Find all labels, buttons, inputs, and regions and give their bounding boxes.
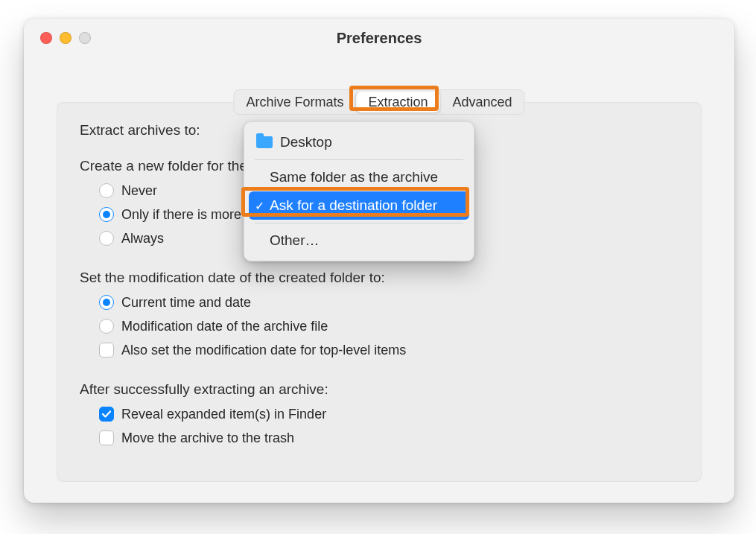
option-label: Current time and date	[121, 295, 251, 311]
mod-date-archive[interactable]: Modification date of the archive file	[99, 314, 679, 338]
extract-to-dropdown-menu: Desktop Same folder as the archive ✓ Ask…	[244, 121, 474, 261]
after-extract-options: Reveal expanded item(s) in Finder Move t…	[99, 402, 679, 450]
preferences-window: Preferences Archive Formats Extraction A…	[24, 19, 734, 503]
radio-icon	[99, 231, 114, 246]
mod-date-top-level[interactable]: Also set the modification date for top-l…	[99, 338, 679, 362]
titlebar: Preferences	[24, 19, 734, 57]
mod-date-current[interactable]: Current time and date	[99, 290, 679, 314]
option-label: Modification date of the archive file	[121, 319, 328, 334]
menu-item-label: Desktop	[280, 134, 332, 150]
extract-to-label: Extract archives to:	[80, 122, 200, 139]
radio-icon	[99, 319, 114, 334]
menu-item-other[interactable]: Other…	[249, 226, 469, 255]
radio-icon	[99, 295, 114, 310]
mod-date-options: Current time and date Modification date …	[99, 290, 679, 362]
after-reveal-finder[interactable]: Reveal expanded item(s) in Finder	[99, 402, 679, 426]
menu-item-same-folder[interactable]: Same folder as the archive	[249, 163, 469, 191]
after-move-trash[interactable]: Move the archive to the trash	[99, 426, 679, 450]
zoom-window-button[interactable]	[79, 32, 91, 44]
checkbox-icon	[99, 407, 114, 422]
option-label: Reveal expanded item(s) in Finder	[121, 407, 326, 422]
minimize-window-button[interactable]	[60, 32, 72, 44]
option-label: Move the archive to the trash	[121, 430, 294, 446]
check-icon: ✓	[255, 199, 264, 213]
radio-icon	[99, 183, 114, 198]
window-controls	[40, 32, 91, 44]
menu-item-label: Other…	[270, 232, 320, 249]
folder-icon	[256, 136, 273, 148]
menu-separator	[255, 159, 463, 160]
tab-archive-formats[interactable]: Archive Formats	[234, 90, 355, 114]
option-label: Also set the modification date for top-l…	[121, 343, 406, 358]
tab-bar: Archive Formats Extraction Advanced	[233, 89, 524, 115]
checkbox-icon	[99, 430, 114, 445]
menu-separator	[255, 223, 463, 223]
menu-item-label: Ask for a destination folder	[270, 197, 437, 214]
menu-item-desktop[interactable]: Desktop	[249, 128, 469, 156]
radio-icon	[99, 207, 114, 222]
option-label: Never	[121, 183, 157, 199]
checkbox-icon	[99, 343, 114, 357]
menu-item-label: Same folder as the archive	[270, 169, 438, 185]
mod-date-label: Set the modification date of the created…	[80, 270, 385, 285]
tab-advanced[interactable]: Advanced	[440, 90, 524, 114]
window-title: Preferences	[24, 19, 734, 47]
tab-extraction[interactable]: Extraction	[355, 92, 439, 112]
close-window-button[interactable]	[40, 32, 52, 44]
menu-item-ask-destination[interactable]: ✓ Ask for a destination folder	[249, 191, 469, 220]
option-label: Always	[121, 231, 164, 247]
after-extract-label: After successfully extracting an archive…	[80, 381, 328, 397]
